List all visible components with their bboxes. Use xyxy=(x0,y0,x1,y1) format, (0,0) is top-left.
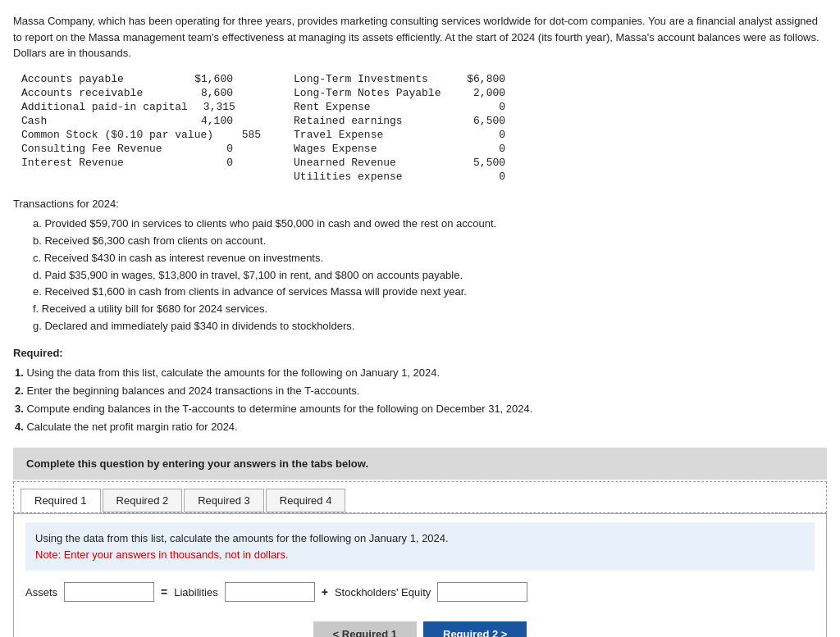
account-name: Rent Expense xyxy=(294,101,458,113)
required-item: 2. Enter the beginning balances and 2024… xyxy=(13,382,827,400)
account-name: Wages Expense xyxy=(294,143,458,155)
transaction-item: f. Received a utility bill for $680 for … xyxy=(30,301,827,318)
account-name: Travel Expense xyxy=(294,129,458,141)
required-item: 3. Compute ending balances in the T-acco… xyxy=(13,400,827,418)
account-value: $1,600 xyxy=(192,73,233,85)
required-list: 1. Using the data from this list, calcul… xyxy=(13,364,827,436)
nav-buttons: < Required 1 Required 2 > xyxy=(25,621,815,637)
account-row: Long-Term Investments$6,800 xyxy=(294,73,505,85)
intro-paragraph: Massa Company, which has been operating … xyxy=(13,13,827,61)
transaction-item: g. Declared and immediately paid $340 in… xyxy=(30,318,827,335)
account-row: Rent Expense0 xyxy=(294,101,505,113)
account-row: Cash4,100 xyxy=(21,115,261,127)
account-value: 0 xyxy=(464,129,505,141)
tab-button-2[interactable]: Required 2 xyxy=(103,489,183,512)
transactions-title: Transactions for 2024: xyxy=(13,196,827,213)
required-section: Required: 1. Using the data from this li… xyxy=(13,347,827,436)
account-value: 0 xyxy=(464,143,505,155)
account-name: Utilities expense xyxy=(294,171,458,183)
account-row: Travel Expense0 xyxy=(294,129,505,141)
account-name: Cash xyxy=(21,115,185,127)
equals-operator: = xyxy=(161,585,167,598)
tabs-wrapper: Required 1Required 2Required 3Required 4 xyxy=(13,481,827,513)
transaction-item: e. Received $1,600 in cash from clients … xyxy=(30,284,827,301)
transactions-list: a. Provided $59,700 in services to clien… xyxy=(13,216,827,335)
account-row: Accounts payable$1,600 xyxy=(21,73,261,85)
account-row: Additional paid-in capital3,315 xyxy=(21,101,261,113)
account-value: 0 xyxy=(464,171,505,183)
account-row: Utilities expense0 xyxy=(294,171,505,183)
account-row: Consulting Fee Revenue0 xyxy=(21,143,261,155)
account-value: 0 xyxy=(192,143,233,155)
account-name: Long-Term Investments xyxy=(294,73,458,85)
account-row: Interest Revenue0 xyxy=(21,157,261,169)
required-item: 1. Using the data from this list, calcul… xyxy=(13,364,827,382)
transaction-item: b. Received $6,300 cash from clients on … xyxy=(30,233,827,250)
plus-operator: + xyxy=(322,585,328,598)
prev-button[interactable]: < Required 1 xyxy=(313,621,417,637)
account-value: 0 xyxy=(464,101,505,113)
liabilities-input[interactable] xyxy=(225,582,315,602)
account-value: $6,800 xyxy=(464,73,505,85)
account-row: Wages Expense0 xyxy=(294,143,505,155)
tab-instruction: Using the data from this list, calculate… xyxy=(25,522,815,571)
account-name: Interest Revenue xyxy=(21,157,185,169)
accounts-right-col: Long-Term Investments$6,800Long-Term Not… xyxy=(294,73,505,183)
equity-label: Stockholders' Equity xyxy=(335,586,431,598)
account-name: Unearned Revenue xyxy=(294,157,458,169)
account-value: 5,500 xyxy=(464,157,505,169)
liabilities-label: Liabilities xyxy=(174,586,217,598)
account-value: 8,600 xyxy=(192,87,233,99)
account-name: Additional paid-in capital xyxy=(21,101,188,113)
equity-input[interactable] xyxy=(437,582,527,602)
account-name: Consulting Fee Revenue xyxy=(21,143,185,155)
required-item: 4. Calculate the net profit margin ratio… xyxy=(13,418,827,436)
account-row: Common Stock ($0.10 par value)585 xyxy=(21,129,261,141)
tab-body: Using the data from this list, calculate… xyxy=(13,513,827,637)
account-row: Retained earnings6,500 xyxy=(294,115,505,127)
account-value: 585 xyxy=(220,129,261,141)
tab-button-4[interactable]: Required 4 xyxy=(266,489,346,512)
tab-instruction-text: Using the data from this list, calculate… xyxy=(35,532,449,544)
account-name: Accounts payable xyxy=(21,73,185,85)
account-name: Accounts receivable xyxy=(21,87,185,99)
account-row: Long-Term Notes Payable2,000 xyxy=(294,87,505,99)
account-value: 3,315 xyxy=(194,101,235,113)
complete-question-box: Complete this question by entering your … xyxy=(13,448,827,480)
account-row: Unearned Revenue5,500 xyxy=(294,157,505,169)
equation-row: Assets = Liabilities + Stockholders' Equ… xyxy=(25,579,815,605)
accounts-table: Accounts payable$1,600Accounts receivabl… xyxy=(13,73,827,183)
tab-button-1[interactable]: Required 1 xyxy=(21,489,101,512)
transaction-item: c. Received $430 in cash as interest rev… xyxy=(30,250,827,267)
account-name: Common Stock ($0.10 par value) xyxy=(21,129,213,141)
transaction-item: a. Provided $59,700 in services to clien… xyxy=(30,216,827,233)
next-button[interactable]: Required 2 > xyxy=(423,621,527,637)
account-name: Long-Term Notes Payable xyxy=(294,87,458,99)
account-value: 0 xyxy=(192,157,233,169)
account-value: 2,000 xyxy=(464,87,505,99)
account-value: 6,500 xyxy=(464,115,505,127)
accounts-left-col: Accounts payable$1,600Accounts receivabl… xyxy=(21,73,261,183)
tabs-row: Required 1Required 2Required 3Required 4 xyxy=(21,489,819,512)
account-row: Accounts receivable8,600 xyxy=(21,87,261,99)
assets-input[interactable] xyxy=(64,582,154,602)
transaction-item: d. Paid $35,900 in wages, $13,800 in tra… xyxy=(30,267,827,284)
tab-button-3[interactable]: Required 3 xyxy=(184,489,264,512)
account-name: Retained earnings xyxy=(294,115,458,127)
assets-label: Assets xyxy=(25,586,57,598)
transactions-section: Transactions for 2024: a. Provided $59,7… xyxy=(13,196,827,335)
tab-note-text: Note: Enter your answers in thousands, n… xyxy=(35,548,289,561)
account-value: 4,100 xyxy=(192,115,233,127)
required-title: Required: xyxy=(13,347,827,359)
